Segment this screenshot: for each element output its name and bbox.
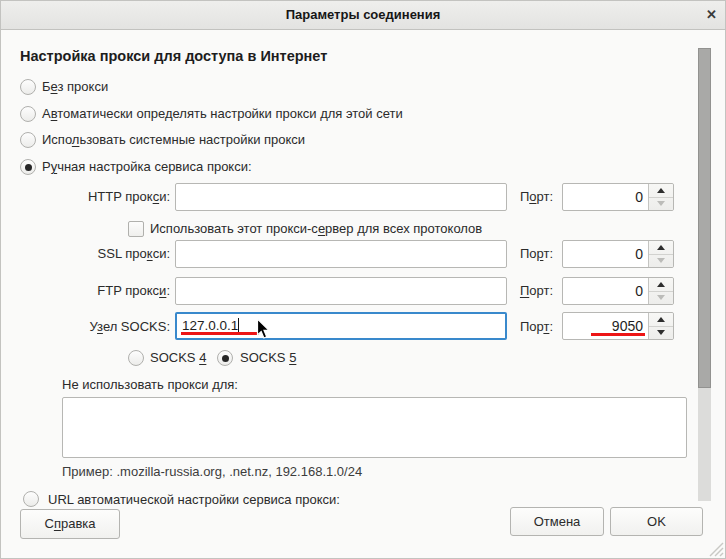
ftp-proxy-field[interactable] xyxy=(175,277,507,305)
http-port-value[interactable]: 0 xyxy=(635,184,643,210)
radio-no-proxy-label[interactable]: Без прокси xyxy=(42,79,108,94)
text-caret xyxy=(238,318,239,333)
no-proxy-label: Не использовать прокси для: xyxy=(62,377,238,392)
socks-host-field[interactable]: 127.0.0.1 xyxy=(175,312,507,340)
socks-port-spinner[interactable]: 9050 xyxy=(562,312,674,340)
ssl-port-label: Порт: xyxy=(480,246,553,261)
http-proxy-input[interactable] xyxy=(176,184,506,210)
url-autoconfig-row: URL автоматической настройки сервиса про… xyxy=(0,486,690,508)
radio-manual-proxy-label[interactable]: Ручная настройка сервиса прокси: xyxy=(42,159,252,174)
http-port-spinner[interactable]: 0 xyxy=(562,183,674,211)
ssl-port-value[interactable]: 0 xyxy=(635,241,643,267)
radio-socks4-label[interactable]: SOCKS 4 xyxy=(150,350,206,365)
spinner-buttons xyxy=(648,241,673,267)
socks-host-label: Узел SOCKS: xyxy=(0,319,170,334)
ssl-proxy-label: SSL прокси: xyxy=(0,246,170,261)
help-button[interactable]: Справка xyxy=(20,509,120,539)
radio-socks5-label[interactable]: SOCKS 5 xyxy=(240,350,296,365)
page-title: Настройка прокси для доступа в Интернет xyxy=(20,48,327,64)
ftp-proxy-label: FTP прокси: xyxy=(0,283,170,298)
radio-no-proxy[interactable] xyxy=(20,79,36,95)
ftp-port-label: Порт: xyxy=(480,283,553,298)
http-port-label: Порт: xyxy=(480,189,553,204)
radio-system-proxy[interactable] xyxy=(20,132,36,148)
ssl-proxy-field[interactable] xyxy=(175,240,507,268)
spinner-buttons xyxy=(648,184,673,210)
no-proxy-textarea[interactable] xyxy=(62,397,687,458)
share-proxy-label[interactable]: Использовать этот прокси-сервер для всех… xyxy=(150,221,482,236)
annotation-underline-host xyxy=(181,332,259,335)
spin-up-icon[interactable] xyxy=(649,313,673,327)
spin-down-icon[interactable] xyxy=(649,326,673,339)
ftp-port-value[interactable]: 0 xyxy=(635,278,643,304)
ftp-port-spinner[interactable]: 0 xyxy=(562,277,674,305)
annotation-underline-port xyxy=(591,333,645,336)
radio-socks5[interactable] xyxy=(217,350,233,366)
radio-auto-detect[interactable] xyxy=(20,106,36,122)
socks-port-label: Порт: xyxy=(480,319,553,334)
radio-socks4[interactable] xyxy=(128,350,144,366)
http-proxy-field[interactable] xyxy=(175,183,507,211)
scrollbar-thumb[interactable] xyxy=(698,48,711,388)
close-icon[interactable]: ✕ xyxy=(706,0,717,29)
ssl-port-spinner[interactable]: 0 xyxy=(562,240,674,268)
cancel-button[interactable]: Отмена xyxy=(510,507,604,536)
spinner-buttons xyxy=(648,313,673,339)
spin-up-icon[interactable] xyxy=(649,278,673,292)
ok-button[interactable]: OK xyxy=(610,507,703,536)
title-bar: Параметры соединения ✕ xyxy=(0,0,726,30)
radio-url-autoconfig[interactable] xyxy=(23,491,39,507)
ftp-proxy-input[interactable] xyxy=(176,278,506,304)
spin-down-icon[interactable] xyxy=(649,291,673,304)
radio-url-autoconfig-label[interactable]: URL автоматической настройки сервиса про… xyxy=(48,492,340,507)
radio-system-proxy-label[interactable]: Использовать системные настройки прокси xyxy=(42,132,305,147)
no-proxy-example: Пример: .mozilla-russia.org, .net.nz, 19… xyxy=(62,464,362,479)
resize-grip-icon[interactable] xyxy=(706,539,724,557)
spin-down-icon[interactable] xyxy=(649,197,673,210)
ssl-proxy-input[interactable] xyxy=(176,241,506,267)
spin-up-icon[interactable] xyxy=(649,184,673,198)
spin-up-icon[interactable] xyxy=(649,241,673,255)
mouse-cursor-icon xyxy=(256,318,271,340)
share-proxy-checkbox[interactable] xyxy=(128,221,144,237)
spin-down-icon[interactable] xyxy=(649,254,673,267)
window-title: Параметры соединения xyxy=(0,0,726,29)
spinner-buttons xyxy=(648,278,673,304)
radio-auto-detect-label[interactable]: Автоматически определять настройки прокс… xyxy=(42,106,403,121)
http-proxy-label: HTTP прокси: xyxy=(0,189,170,204)
radio-manual-proxy[interactable] xyxy=(20,159,36,175)
